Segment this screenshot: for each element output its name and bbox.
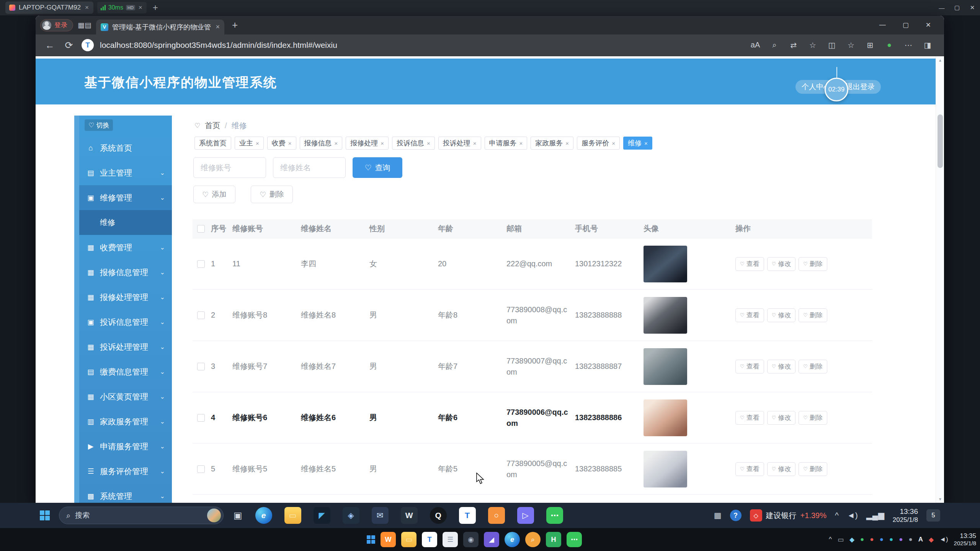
row-checkbox[interactable]	[197, 311, 205, 319]
row-delete-button[interactable]: ♡ 删除	[799, 308, 827, 322]
close-chip-icon[interactable]: ×	[288, 140, 292, 147]
red-shield-icon[interactable]: ◆	[929, 536, 934, 544]
breadcrumb-home[interactable]: 首页	[205, 121, 220, 131]
wechat-icon[interactable]: ⋯	[567, 532, 582, 547]
search-button[interactable]: ♡ 查询	[353, 157, 402, 178]
tab-chip[interactable]: 投诉信息 ×	[392, 137, 435, 150]
widgets-grid-icon[interactable]: ▦	[714, 511, 722, 520]
purple-bolt-icon[interactable]: ◢	[484, 532, 499, 547]
close-chip-icon[interactable]: ×	[335, 140, 338, 147]
translate-icon[interactable]: ⇄	[785, 41, 802, 50]
row-delete-button[interactable]: ♡ 删除	[799, 257, 827, 271]
sidebar-item[interactable]: ▥ 家政服务管理 ⌄	[79, 409, 172, 434]
vertical-tabs-icon[interactable]: ▤	[85, 21, 91, 29]
close-chip-icon[interactable]: ×	[381, 140, 384, 147]
address-bar[interactable]: localhost:8080/springboot35m4wds1/admin/…	[100, 41, 337, 50]
sidebar-item[interactable]: ⌂ 系统首页	[79, 135, 172, 160]
row-delete-button[interactable]: ♡ 删除	[799, 462, 827, 476]
green-dot-icon[interactable]: ●	[860, 536, 864, 543]
file-explorer-icon[interactable]: ▭	[401, 532, 416, 547]
search-app-icon[interactable]: ⌕	[525, 532, 541, 547]
repair-account-input[interactable]	[193, 157, 266, 178]
row-checkbox[interactable]	[197, 414, 205, 422]
back-icon[interactable]: ←	[43, 40, 56, 51]
split-screen-icon[interactable]: ◫	[823, 41, 841, 50]
search-highlight-image[interactable]	[207, 509, 221, 522]
chevron-up-icon[interactable]: ^	[829, 536, 832, 543]
display-icon[interactable]: ▭	[838, 536, 844, 544]
edge-icon[interactable]: e	[505, 532, 520, 547]
row-checkbox[interactable]	[197, 465, 205, 473]
new-session-button[interactable]: +	[153, 2, 158, 13]
add-button[interactable]: ♡ 添加	[193, 186, 235, 203]
repair-name-input[interactable]	[273, 157, 346, 178]
camera-app-icon[interactable]: ◉	[463, 532, 479, 547]
row-checkbox[interactable]	[197, 260, 205, 268]
host-start-button[interactable]	[367, 535, 375, 544]
close-tab-icon[interactable]: ×	[216, 23, 220, 31]
qq-icon[interactable]: Q	[430, 507, 447, 524]
workspaces-icon[interactable]: ▦	[78, 21, 85, 29]
close-window-button[interactable]: ✕	[965, 0, 980, 15]
bookmark-star-icon[interactable]: ☆	[804, 41, 822, 50]
browser-close-button[interactable]: ✕	[926, 21, 931, 29]
sidebar-item[interactable]: ▦ 报修处理管理 ⌄	[79, 285, 172, 310]
sidebar-item[interactable]: 维修	[79, 210, 172, 235]
sidebar-item[interactable]: ▶ 申请服务管理 ⌄	[79, 434, 172, 459]
taskbar-clock[interactable]: 13:36 2025/1/8	[893, 507, 918, 524]
browser-maximize-button[interactable]: ▢	[903, 21, 909, 29]
latency-chip[interactable]: 30ms HD ×	[97, 2, 147, 13]
input-method-icon[interactable]: A	[918, 536, 923, 543]
edit-button[interactable]: ♡ 修改	[767, 257, 796, 271]
tab-chip[interactable]: 投诉处理 ×	[438, 137, 481, 150]
tab-chip[interactable]: 报修信息 ×	[300, 137, 343, 150]
sidebar-item[interactable]: ▤ 缴费信息管理 ⌄	[79, 359, 172, 384]
task-view-icon[interactable]: ▣	[234, 510, 242, 521]
notification-count-badge[interactable]: 5	[926, 509, 940, 522]
sidebar-item[interactable]: ▦ 小区黄页管理 ⌄	[79, 384, 172, 409]
notepad-icon[interactable]: ☰	[443, 532, 458, 547]
close-chip-icon[interactable]: ×	[565, 140, 569, 147]
close-chip-icon[interactable]: ×	[256, 140, 259, 147]
close-chip-icon[interactable]: ×	[519, 140, 523, 147]
collections-icon[interactable]: ⊞	[861, 41, 879, 50]
tab-chip[interactable]: 服务评价 ×	[577, 137, 620, 150]
new-tab-button[interactable]: +	[232, 19, 238, 31]
bilibili-icon[interactable]: ▷	[517, 507, 534, 524]
file-explorer-icon[interactable]: ▭	[284, 507, 301, 524]
close-chip-icon[interactable]: ×	[612, 140, 615, 147]
tab-chip[interactable]: 系统首页	[194, 137, 231, 150]
wps-icon[interactable]: W	[381, 532, 396, 547]
tab-chip[interactable]: 维修 ×	[623, 137, 652, 150]
close-latency-icon[interactable]: ×	[138, 4, 143, 11]
volume-icon[interactable]: ◄)	[847, 511, 858, 520]
scroll-up-icon[interactable]: ▲	[936, 56, 944, 64]
copilot-panel-icon[interactable]: ◨	[919, 41, 936, 50]
scroll-down-icon[interactable]: ▼	[936, 495, 944, 503]
close-chip-icon[interactable]: ×	[427, 140, 430, 147]
blue-dot-icon[interactable]: ●	[880, 536, 884, 543]
text-size-icon[interactable]: aA	[746, 41, 764, 50]
health-app-icon[interactable]: H	[546, 532, 561, 547]
view-button[interactable]: ♡ 查看	[735, 308, 764, 322]
wechat-icon[interactable]: ⋯	[546, 507, 563, 524]
tab-chip[interactable]: 家政服务 ×	[531, 137, 573, 150]
pinned-app-icon[interactable]: ◈	[343, 507, 359, 524]
row-delete-button[interactable]: ♡ 删除	[799, 411, 827, 425]
row-checkbox[interactable]	[197, 363, 205, 370]
close-session-icon[interactable]: ×	[84, 4, 90, 11]
row-delete-button[interactable]: ♡ 删除	[799, 360, 827, 373]
taskbar-search[interactable]: ⌕ 搜索	[59, 507, 224, 524]
view-button[interactable]: ♡ 查看	[735, 257, 764, 271]
stock-name[interactable]: 建设银行	[766, 510, 797, 521]
sidebar-item[interactable]: ▦ 投诉处理管理 ⌄	[79, 334, 172, 359]
edge-icon[interactable]: e	[255, 507, 272, 524]
browser-minimize-button[interactable]: —	[879, 21, 886, 29]
tencent-docs-icon[interactable]: T	[459, 507, 476, 524]
timer-badge[interactable]: 02:39	[825, 78, 848, 101]
mail-app-icon[interactable]: ✉	[372, 507, 389, 524]
gray-dot-icon[interactable]: ●	[908, 536, 912, 543]
sidebar-item[interactable]: ▦ 报修信息管理 ⌄	[79, 260, 172, 285]
view-button[interactable]: ♡ 查看	[735, 360, 764, 373]
maximize-window-button[interactable]: ▢	[949, 0, 965, 15]
